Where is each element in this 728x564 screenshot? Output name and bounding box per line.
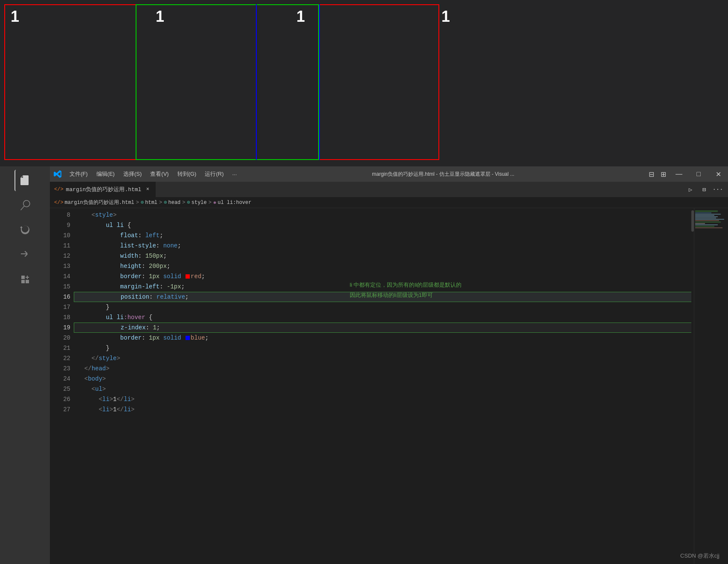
code-line-10: float: left; [74, 230, 728, 241]
code-line-23: </head> [74, 363, 728, 374]
code-line-9: ul li { [74, 220, 728, 230]
breadcrumb-sep-2: > [159, 200, 162, 206]
line-numbers: 8 9 10 11 12 13 14 15 16 17 18 19 20 21 … [50, 208, 74, 564]
activity-item-explorer[interactable] [15, 170, 36, 191]
tab-label: margin负值的巧妙运用.html [66, 186, 142, 193]
window-close-btn[interactable]: ✕ [708, 166, 728, 182]
tab-bar: </> margin负值的巧妙运用.html × ▷ ⊟ ··· [50, 182, 728, 197]
blue-divider-left [256, 4, 257, 160]
window-maximize-btn[interactable]: □ [689, 166, 708, 182]
window-minimize-btn[interactable]: — [669, 166, 689, 182]
line-num-22: 22 [50, 353, 70, 363]
code-line-19: z-index: 1; [74, 323, 728, 333]
code-line-11: list-style: none; [74, 241, 728, 251]
breadcrumb-style[interactable]: ⊙ style [187, 199, 207, 206]
code-line-25: <ul> [74, 384, 728, 394]
line-num-9: 9 [50, 220, 70, 230]
menu-run[interactable]: 运行(R) [200, 166, 228, 182]
line-num-26: 26 [50, 394, 70, 404]
code-line-13: height: 200px; [74, 261, 728, 271]
titlebar-title: margin负值的巧妙运用.html - 仿土豆显示隐藏遮罩层 - Visual… [241, 171, 645, 178]
layout-split-btn[interactable]: ⊟ [645, 168, 657, 180]
run-btn[interactable]: ▷ [684, 183, 696, 195]
minimap [694, 208, 728, 564]
code-line-17: } [74, 302, 728, 312]
preview-label-2: 1 [156, 8, 164, 26]
code-line-22: </style> [74, 353, 728, 363]
green-border-box [136, 4, 319, 160]
line-num-23: 23 [50, 363, 70, 374]
line-num-21: 21 [50, 343, 70, 353]
line-num-14: 14 [50, 271, 70, 282]
breadcrumb-sep-4: > [209, 200, 212, 206]
breadcrumb-sep-1: > [136, 200, 139, 206]
editor-area: 8 9 10 11 12 13 14 15 16 17 18 19 20 21 … [50, 208, 728, 564]
line-num-20: 20 [50, 333, 70, 343]
breadcrumb-file[interactable]: </> margin负值的巧妙运用.html [54, 199, 134, 206]
preview-label-4: 1 [441, 8, 450, 26]
menu-edit[interactable]: 编辑(E) [92, 166, 119, 182]
code-line-8: <style> [74, 210, 728, 220]
tab-close-btn[interactable]: × [144, 186, 151, 193]
menu-file[interactable]: 文件(F) [65, 166, 92, 182]
titlebar-window-buttons: ⊟ ⊞ — □ ✕ [645, 166, 728, 182]
line-num-25: 25 [50, 384, 70, 394]
line-num-16: 16 [50, 292, 70, 302]
watermark: CSDN @若水cjj [680, 552, 719, 560]
activity-item-search[interactable] [15, 195, 36, 216]
breadcrumb: </> margin负值的巧妙运用.html > ⊙ html > ⊙ head… [50, 197, 728, 208]
menu-more[interactable]: ··· [228, 166, 241, 182]
breadcrumb-ul-li-hover[interactable]: ❋ ul li:hover [213, 199, 251, 206]
minimap-content [694, 208, 728, 230]
line-num-15: 15 [50, 282, 70, 292]
breadcrumb-html[interactable]: ⊙ html [141, 199, 157, 206]
code-line-16: position: relative; [74, 292, 728, 302]
line-num-12: 12 [50, 251, 70, 261]
titlebar: 文件(F) 编辑(E) 选择(S) 查看(V) 转到(G) 运行(R) ··· … [50, 166, 728, 182]
code-line-15: margin-left: -1px; [74, 282, 728, 292]
titlebar-menu: 文件(F) 编辑(E) 选择(S) 查看(V) 转到(G) 运行(R) ··· [65, 166, 241, 182]
preview-area: 1 1 1 1 [0, 0, 728, 166]
breadcrumb-head[interactable]: ⊙ head [164, 199, 180, 206]
blue-divider-right [319, 4, 320, 160]
tab-file-icon: </> [54, 186, 64, 192]
code-line-18: ul li:hover { [74, 312, 728, 323]
scrollbar-track [691, 208, 694, 564]
layout-grid-btn[interactable]: ⊞ [657, 168, 669, 180]
preview-label-3: 1 [296, 8, 305, 26]
preview-label-1: 1 [11, 8, 19, 26]
vscode-icon [50, 166, 65, 182]
line-num-24: 24 [50, 374, 70, 384]
line-num-11: 11 [50, 241, 70, 251]
activity-item-run-debug[interactable] [15, 244, 36, 265]
line-num-27: 27 [50, 404, 70, 415]
line-num-18: 18 [50, 312, 70, 323]
code-line-14: border: 1px solid red; [74, 271, 728, 282]
menu-view[interactable]: 查看(V) [146, 166, 173, 182]
tab-margin-html[interactable]: </> margin负值的巧妙运用.html × [50, 182, 156, 197]
line-num-10: 10 [50, 230, 70, 241]
code-line-24: <body> [74, 374, 728, 384]
scrollbar-thumb[interactable] [691, 210, 694, 232]
line-num-17: 17 [50, 302, 70, 312]
tab-actions: ▷ ⊟ ··· [684, 183, 728, 195]
code-line-21: } [74, 343, 728, 353]
menu-select[interactable]: 选择(S) [119, 166, 146, 182]
code-line-12: width: 150px; [74, 251, 728, 261]
activity-bar [0, 166, 50, 564]
activity-item-source-control[interactable] [15, 219, 36, 241]
code-line-27: <li>1</li> [74, 404, 728, 415]
menu-goto[interactable]: 转到(G) [173, 166, 201, 182]
code-line-20: border: 1px solid blue; [74, 333, 728, 343]
split-editor-btn[interactable]: ⊟ [698, 183, 710, 195]
code-line-26: <li>1</li> [74, 394, 728, 404]
line-num-13: 13 [50, 261, 70, 271]
breadcrumb-sep-3: > [182, 200, 185, 206]
line-num-8: 8 [50, 210, 70, 220]
activity-item-extensions[interactable] [15, 269, 36, 290]
more-actions-btn[interactable]: ··· [712, 183, 724, 195]
code-editor[interactable]: <style> ul li { float: left; list-style:… [74, 208, 728, 564]
line-num-19: 19 [50, 323, 70, 333]
